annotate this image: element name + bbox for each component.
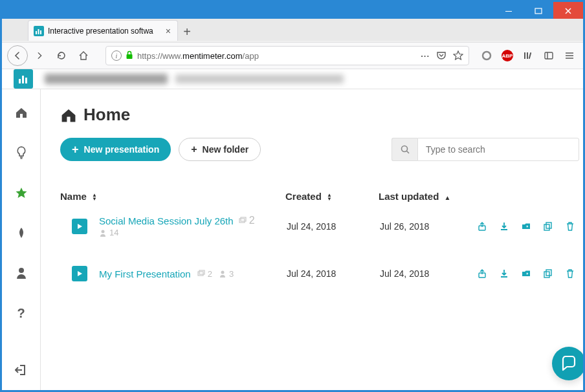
- col-created-header[interactable]: Created ▲▼: [285, 191, 379, 202]
- svg-rect-18: [239, 219, 245, 223]
- nav-toolbar: i https://www.mentimeter.com/app ··· ABP: [2, 42, 583, 69]
- sort-icon: ▲▼: [92, 193, 97, 201]
- svg-rect-29: [546, 270, 551, 276]
- duplicate-icon[interactable]: [543, 221, 553, 232]
- chat-bubble-button[interactable]: [552, 347, 583, 380]
- download-icon[interactable]: [499, 268, 509, 279]
- lock-icon: [126, 50, 133, 61]
- adblock-icon[interactable]: ABP: [499, 47, 516, 64]
- move-folder-icon[interactable]: [521, 268, 531, 279]
- share-icon[interactable]: [477, 221, 487, 232]
- url-bar[interactable]: i https://www.mentimeter.com/app ···: [105, 46, 469, 65]
- sidebar-idea-icon[interactable]: [10, 141, 33, 164]
- menu-icon[interactable]: [561, 47, 578, 64]
- browser-window: Interactive presentation softwa × + i ht…: [0, 0, 585, 392]
- svg-rect-5: [127, 54, 133, 59]
- svg-rect-3: [38, 29, 39, 34]
- sidebar-branding-icon[interactable]: [10, 221, 33, 245]
- toolbar: + New presentation + New folder: [60, 138, 579, 161]
- presentation-title-link[interactable]: My First Presentation: [99, 268, 191, 279]
- svg-point-15: [19, 268, 24, 273]
- new-presentation-button[interactable]: + New presentation: [60, 138, 171, 161]
- presentation-icon[interactable]: [72, 219, 87, 234]
- bookmark-star-icon[interactable]: [453, 50, 463, 62]
- pocket-icon[interactable]: [436, 50, 447, 62]
- presentation-title-link[interactable]: Social Media Session July 26th: [99, 215, 234, 226]
- svg-point-20: [102, 230, 105, 233]
- updated-date: Jul 26, 2018: [380, 221, 477, 232]
- window-maximize-button[interactable]: [524, 2, 553, 20]
- window-close-button[interactable]: [553, 2, 583, 20]
- svg-rect-7: [524, 52, 525, 59]
- new-folder-label: New folder: [203, 144, 249, 155]
- created-date: Jul 24, 2018: [287, 221, 380, 232]
- sort-asc-icon: ▲: [445, 194, 451, 201]
- sidebar-help-icon[interactable]: ?: [10, 301, 33, 325]
- svg-rect-19: [241, 217, 246, 221]
- col-updated-header[interactable]: Last updated ▲: [379, 191, 476, 202]
- delete-icon[interactable]: [565, 268, 575, 279]
- sidebar-logout-icon[interactable]: [10, 358, 33, 382]
- info-icon[interactable]: i: [111, 50, 122, 61]
- window-titlebar: [2, 2, 583, 20]
- browser-extensions: ABP: [476, 47, 578, 64]
- updated-date: Jul 24, 2018: [380, 268, 477, 279]
- tab-close-icon[interactable]: ×: [164, 25, 172, 38]
- svg-rect-25: [199, 270, 204, 274]
- created-date: Jul 24, 2018: [287, 268, 380, 279]
- plus-icon: +: [72, 143, 79, 157]
- forward-button[interactable]: [29, 45, 50, 66]
- app-header: [2, 69, 583, 89]
- page-actions-icon[interactable]: ···: [421, 51, 430, 61]
- window-minimize-button[interactable]: [494, 2, 524, 20]
- share-icon[interactable]: [477, 268, 487, 279]
- page-title-text: Home: [83, 105, 130, 125]
- svg-line-17: [406, 151, 409, 154]
- vote-count: 3: [219, 269, 234, 279]
- svg-rect-9: [529, 52, 532, 59]
- svg-rect-1: [535, 8, 542, 14]
- new-tab-button[interactable]: +: [178, 23, 196, 41]
- svg-rect-2: [36, 31, 37, 34]
- row-actions: [477, 268, 579, 279]
- download-icon[interactable]: [499, 221, 509, 232]
- presentation-icon[interactable]: [72, 266, 87, 281]
- svg-rect-22: [544, 224, 549, 230]
- home-button[interactable]: [73, 45, 94, 66]
- svg-rect-12: [19, 79, 21, 83]
- slide-count: 2: [197, 269, 212, 279]
- new-folder-button[interactable]: + New folder: [179, 138, 261, 161]
- reload-button[interactable]: [51, 45, 72, 66]
- breadcrumb-blurred: [45, 72, 583, 85]
- favicon-icon: [34, 26, 44, 36]
- svg-rect-24: [198, 272, 203, 276]
- home-icon: [60, 107, 77, 124]
- search-box: [392, 138, 579, 161]
- tab-title: Interactive presentation softwa: [48, 27, 160, 36]
- main-panel: Home + New presentation + New folder: [41, 89, 583, 390]
- sidebar-star-icon[interactable]: [10, 181, 33, 204]
- slide-count: 2: [239, 215, 255, 226]
- extension-circle-icon[interactable]: [478, 47, 495, 64]
- sidebar-home-icon[interactable]: [10, 101, 33, 124]
- svg-rect-0: [505, 11, 512, 12]
- search-button[interactable]: [392, 138, 417, 161]
- vote-count: 14: [99, 228, 118, 237]
- search-input[interactable]: [417, 138, 579, 161]
- browser-tab[interactable]: Interactive presentation softwa ×: [28, 20, 178, 41]
- sidebar-account-icon[interactable]: [10, 261, 33, 285]
- app-logo-icon[interactable]: [14, 69, 33, 89]
- library-icon[interactable]: [520, 47, 536, 64]
- url-host: mentimeter.com: [182, 51, 242, 61]
- delete-icon[interactable]: [565, 221, 575, 232]
- svg-rect-8: [527, 52, 528, 59]
- url-text: https://www.mentimeter.com/app: [137, 51, 417, 61]
- back-button[interactable]: [7, 45, 28, 66]
- row-actions: [477, 221, 579, 232]
- duplicate-icon[interactable]: [543, 268, 553, 279]
- col-name-header[interactable]: Name ▲▼: [60, 191, 285, 202]
- svg-point-6: [483, 52, 491, 60]
- move-folder-icon[interactable]: [521, 221, 531, 232]
- svg-point-26: [221, 271, 224, 274]
- sidebar-toggle-icon[interactable]: [540, 47, 557, 64]
